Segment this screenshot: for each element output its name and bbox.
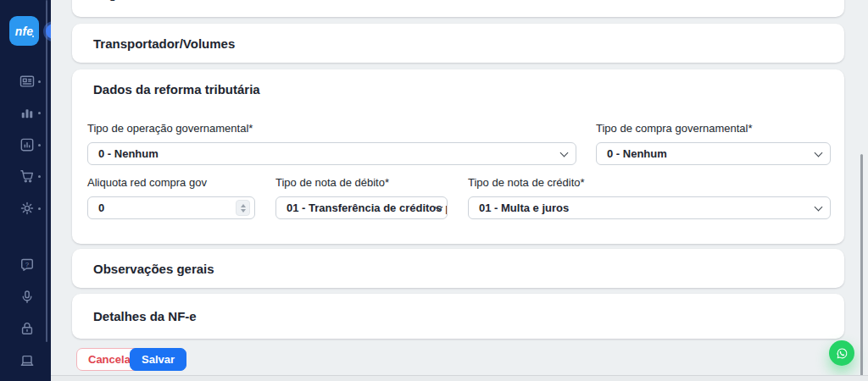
app-window: nfe ? bbox=[0, 0, 868, 381]
section-title-partial: Pagamento bbox=[93, 0, 162, 1]
nav-dot bbox=[38, 175, 41, 178]
nfe-logo-dot bbox=[32, 36, 35, 38]
chevron-down-icon bbox=[815, 148, 823, 157]
credit-note-label: Tipo de nota de crédito* bbox=[468, 176, 585, 189]
whatsapp-icon bbox=[835, 346, 849, 361]
chevron-down-icon bbox=[560, 148, 569, 157]
save-button[interactable]: Salvar bbox=[130, 348, 186, 371]
cart-icon bbox=[19, 168, 36, 185]
invoice-card-icon bbox=[19, 73, 36, 90]
laptop-icon bbox=[19, 352, 36, 369]
gear-icon bbox=[19, 200, 36, 217]
gov-purchase-select[interactable]: 0 - Nenhum bbox=[596, 142, 831, 165]
aliquota-label: Aliquota red compra gov bbox=[87, 176, 207, 189]
bottom-edge-strip bbox=[51, 375, 868, 381]
sidebar-item-reports[interactable] bbox=[19, 136, 36, 153]
bar-chart-icon bbox=[19, 104, 36, 121]
nav-dot bbox=[38, 80, 41, 83]
svg-text:?: ? bbox=[25, 261, 30, 268]
sidebar-item-security[interactable] bbox=[19, 320, 36, 337]
sidebar-item-settings[interactable] bbox=[19, 200, 36, 217]
sidebar-item-devices[interactable] bbox=[19, 352, 36, 369]
section-card-details[interactable]: Detalhes da NF-e bbox=[72, 294, 844, 339]
sidebar-item-charts[interactable] bbox=[19, 104, 36, 121]
section-card-transport[interactable]: Transportador/Volumes bbox=[72, 24, 844, 63]
section-card-tax-reform: Dados da reforma tributária Tipo de oper… bbox=[72, 69, 844, 244]
gov-purchase-value: 0 - Nenhum bbox=[607, 147, 667, 160]
sidebar: nfe ? bbox=[0, 0, 51, 381]
gov-operation-value: 0 - Nenhum bbox=[98, 147, 159, 160]
page-scrollbar[interactable] bbox=[860, 154, 863, 381]
whatsapp-button[interactable] bbox=[829, 340, 854, 366]
report-chart-icon bbox=[19, 136, 36, 153]
microphone-icon bbox=[19, 289, 36, 306]
section-title-transport: Transportador/Volumes bbox=[93, 36, 235, 51]
debit-note-label: Tipo de nota de débito* bbox=[275, 176, 389, 189]
lock-icon bbox=[19, 320, 36, 337]
aliquota-value: 0 bbox=[98, 202, 104, 214]
credit-note-value: 01 - Multa e juros bbox=[479, 202, 569, 214]
section-card-observations[interactable]: Observações gerais bbox=[72, 249, 844, 288]
debit-note-select[interactable]: 01 - Transferência de créditos para bbox=[275, 196, 448, 219]
nfe-logo[interactable]: nfe bbox=[9, 16, 39, 46]
debit-note-value: 01 - Transferência de créditos para bbox=[287, 202, 448, 214]
sidebar-item-invoices[interactable] bbox=[19, 73, 36, 90]
nav-dot bbox=[38, 144, 41, 146]
help-chat-icon: ? bbox=[19, 257, 36, 273]
gov-purchase-label: Tipo de compra governamental* bbox=[596, 122, 753, 135]
sidebar-item-voice[interactable] bbox=[19, 289, 36, 306]
nav-dot bbox=[38, 207, 41, 210]
section-title-observations: Observações gerais bbox=[93, 262, 214, 276]
credit-note-select[interactable]: 01 - Multa e juros bbox=[468, 196, 831, 219]
spinner-up-icon bbox=[241, 204, 246, 207]
spinner-down-icon bbox=[241, 209, 246, 213]
aliquota-input[interactable]: 0 bbox=[87, 196, 255, 219]
nav-dot bbox=[38, 112, 41, 114]
nfe-logo-text: nfe bbox=[15, 25, 34, 38]
section-title-details: Detalhes da NF-e bbox=[93, 309, 197, 323]
section-card-partial[interactable]: Pagamento bbox=[72, 0, 844, 17]
gov-operation-select[interactable]: 0 - Nenhum bbox=[87, 142, 576, 165]
section-title-tax-reform: Dados da reforma tributária bbox=[93, 82, 260, 97]
sidebar-scrollbar[interactable] bbox=[46, 0, 47, 342]
number-spinner[interactable] bbox=[236, 200, 250, 216]
sidebar-item-help[interactable]: ? bbox=[19, 257, 36, 273]
chevron-down-icon bbox=[815, 202, 823, 211]
gov-operation-label: Tipo de operação governamental* bbox=[87, 122, 253, 135]
sidebar-item-purchases[interactable] bbox=[19, 168, 36, 185]
